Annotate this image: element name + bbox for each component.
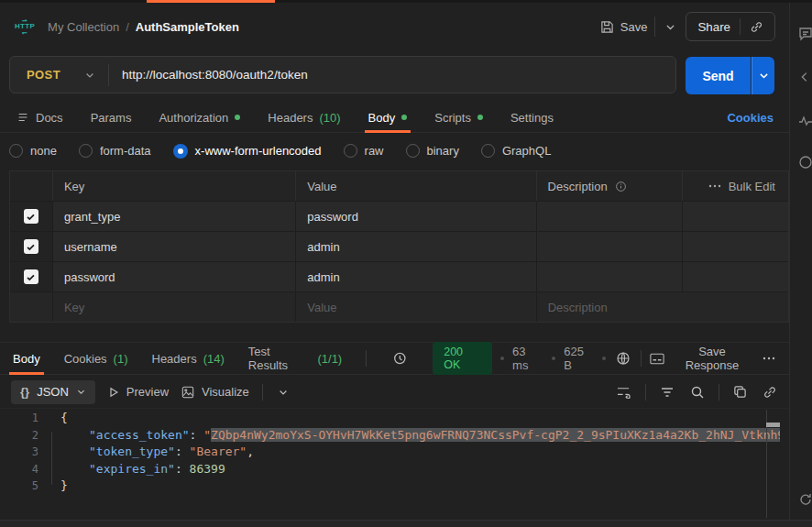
mode-graphql[interactable]: GraphQL xyxy=(481,144,551,158)
code-token: "token_type" xyxy=(89,445,175,458)
response-tab-body[interactable]: Body xyxy=(13,343,40,374)
response-tab-cookies[interactable]: Cookies (1) xyxy=(64,343,128,374)
code-line: 2"access_token": "ZQbp4nWy2moYxS-OYHvH7W… xyxy=(0,427,780,445)
param-key-cell[interactable]: password xyxy=(52,262,295,291)
mode-x-www-form-urlencoded[interactable]: x-www-form-urlencoded xyxy=(173,144,322,159)
response-size[interactable]: 625 B xyxy=(564,345,594,372)
checkbox-cell xyxy=(10,202,52,231)
tab-settings[interactable]: Settings xyxy=(510,103,554,132)
method-selector[interactable]: POST xyxy=(10,68,108,82)
circle-icon[interactable] xyxy=(798,155,812,170)
send-options-chevron[interactable] xyxy=(752,57,774,94)
row-checkbox-checked[interactable] xyxy=(24,269,38,284)
tab-label: Headers xyxy=(268,111,313,125)
link-icon[interactable] xyxy=(750,20,763,34)
param-description-cell[interactable] xyxy=(536,232,683,261)
collapse-panel-chevron-icon[interactable] xyxy=(798,71,811,83)
param-key-cell[interactable]: username xyxy=(52,232,295,261)
code-token: 86399 xyxy=(190,462,225,476)
save-options-chevron[interactable] xyxy=(663,19,678,35)
dot-separator xyxy=(552,357,555,360)
viewer-options-chevron[interactable] xyxy=(276,385,291,400)
divider xyxy=(719,384,719,401)
save-response-button[interactable]: Save Response xyxy=(650,345,752,372)
param-value-cell[interactable]: admin xyxy=(295,232,535,261)
param-description-cell[interactable] xyxy=(536,262,683,291)
response-body-editor[interactable]: 1{ 2"access_token": "ZQbp4nWy2moYxS-OYHv… xyxy=(0,410,780,519)
response-tab-test-results[interactable]: Test Results (1/1) xyxy=(248,343,342,374)
response-tab-headers[interactable]: Headers (14) xyxy=(152,343,225,374)
green-dot-indicator xyxy=(401,115,407,120)
bulk-edit-button[interactable]: Bulk Edit xyxy=(682,171,788,201)
breadcrumb-separator: / xyxy=(126,20,129,34)
param-description-cell[interactable] xyxy=(536,202,683,231)
code-token: } xyxy=(60,478,68,492)
copy-icon[interactable] xyxy=(731,383,749,401)
row-checkbox-checked[interactable] xyxy=(24,209,38,224)
link-icon[interactable] xyxy=(761,383,779,401)
comment-icon[interactable] xyxy=(798,27,812,41)
share-button-label: Share xyxy=(697,20,730,34)
dot-separator xyxy=(500,357,504,360)
share-button[interactable]: Share xyxy=(686,12,775,41)
radio-icon xyxy=(79,144,93,158)
table-row-empty: Key Value Description xyxy=(10,291,788,322)
mode-raw[interactable]: raw xyxy=(344,144,384,158)
tab-body[interactable]: Body xyxy=(368,103,408,132)
breadcrumb-request-name[interactable]: AuthSampleToken xyxy=(136,20,239,34)
table-row: username admin xyxy=(10,231,788,261)
tab-docs[interactable]: Docs xyxy=(16,103,63,132)
save-button[interactable]: Save xyxy=(600,20,648,34)
tab-headers[interactable]: Headers (10) xyxy=(268,103,340,132)
param-value-cell[interactable]: admin xyxy=(295,262,535,291)
http-method-icon: ⇀ HTTP ↽ xyxy=(15,18,35,35)
row-checkbox-checked[interactable] xyxy=(24,239,38,254)
tab-authorization[interactable]: Authorization xyxy=(159,103,240,132)
status-bar-edge xyxy=(0,520,812,527)
pulse-icon[interactable] xyxy=(798,115,812,127)
sync-icon[interactable] xyxy=(798,492,812,507)
param-key-placeholder[interactable]: Key xyxy=(52,292,295,322)
network-globe-icon[interactable] xyxy=(614,349,632,368)
status-badge[interactable]: 200 OK xyxy=(433,342,492,375)
table-row: grant_type password xyxy=(10,201,788,231)
param-value-cell[interactable]: password xyxy=(295,202,535,231)
mode-binary[interactable]: binary xyxy=(406,144,459,158)
send-button[interactable]: Send xyxy=(686,57,751,94)
line-number: 2 xyxy=(13,427,38,445)
visualize-button[interactable]: Visualize xyxy=(181,385,249,399)
arrow-left-glyph: ↽ xyxy=(22,30,27,35)
response-more-icon[interactable] xyxy=(761,354,777,363)
url-bar: POST http://localhost:8080/oauth2/token xyxy=(9,56,676,93)
filter-icon[interactable] xyxy=(658,384,676,401)
visualize-label: Visualize xyxy=(202,385,249,399)
search-icon[interactable] xyxy=(688,383,707,401)
code-tokens: "access_token": "ZQbp4nWy2moYxS-OYHvH7Wk… xyxy=(60,428,780,442)
response-history-icon[interactable] xyxy=(390,349,409,368)
editor-scrollbar-thumb[interactable] xyxy=(766,423,780,427)
preview-button[interactable]: Preview xyxy=(108,385,169,399)
chevron-down-icon xyxy=(76,387,86,397)
param-key-cell[interactable]: grant_type xyxy=(52,202,295,231)
cookies-link[interactable]: Cookies xyxy=(727,111,774,125)
mode-label: raw xyxy=(365,144,384,158)
breadcrumb-collection[interactable]: My Collection xyxy=(48,20,119,34)
checkbox-cell xyxy=(10,262,52,291)
code-token: { xyxy=(60,411,68,424)
url-input[interactable]: http://localhost:8080/oauth2/token xyxy=(109,68,675,82)
request-header: ⇀ HTTP ↽ My Collection / AuthSampleToken… xyxy=(0,3,790,50)
mode-form-data[interactable]: form-data xyxy=(79,144,151,158)
tab-scripts[interactable]: Scripts xyxy=(434,103,483,132)
tab-count: (10) xyxy=(319,111,340,125)
radio-icon xyxy=(406,144,420,158)
param-description-placeholder[interactable]: Description xyxy=(536,292,788,322)
tab-label: Headers xyxy=(152,352,197,366)
response-time[interactable]: 63 ms xyxy=(512,345,543,372)
method-label: POST xyxy=(27,68,60,82)
tab-params[interactable]: Params xyxy=(91,103,132,132)
format-selector[interactable]: {} JSON xyxy=(11,380,95,404)
info-circle-icon[interactable] xyxy=(615,181,627,192)
wrap-lines-icon[interactable] xyxy=(614,383,633,401)
mode-none[interactable]: none xyxy=(9,144,57,158)
param-value-placeholder[interactable]: Value xyxy=(295,292,535,322)
